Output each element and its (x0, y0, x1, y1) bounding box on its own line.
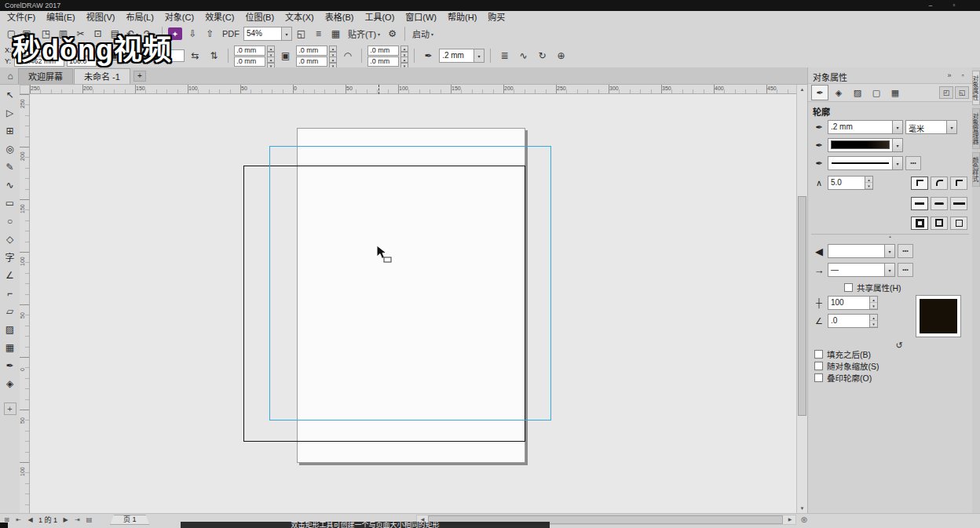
spinner[interactable] (329, 46, 337, 56)
menu-item-12[interactable]: 购买 (482, 11, 510, 24)
transparency-section-tab[interactable]: ▨ (849, 85, 866, 100)
miter-limit-field[interactable]: 5.0 (828, 176, 873, 190)
dropdown-arrow-icon[interactable] (892, 157, 902, 169)
horizontal-ruler[interactable]: 2502001501005005010015020025030035040045… (30, 85, 796, 94)
end-arrowhead-combo[interactable]: — (828, 263, 895, 277)
home-icon[interactable]: ⌂ (2, 69, 18, 84)
docker-tab-2[interactable]: 颜色样式 (972, 152, 980, 187)
drop-shadow-tool[interactable]: ▱ (2, 303, 19, 319)
spinner[interactable] (329, 56, 337, 67)
menu-item-8[interactable]: 表格(B) (320, 11, 360, 24)
prev-page-button[interactable]: ◀ (25, 515, 35, 525)
connector-tool[interactable]: ⌐ (2, 285, 19, 301)
scroll-up-button[interactable]: ▲ (797, 85, 807, 94)
outline-outside-button[interactable] (911, 217, 928, 230)
corner-radius-field-3[interactable]: .0 mm (296, 46, 327, 56)
menu-item-1[interactable]: 编辑(E) (41, 11, 81, 24)
outline-centered-button[interactable] (931, 217, 948, 230)
import-button[interactable]: ⇩ (185, 26, 201, 42)
zoom-level-combo[interactable]: 54% (243, 27, 292, 41)
outline-color-combo[interactable] (828, 138, 903, 152)
dimension-tool[interactable]: ∠ (2, 267, 19, 283)
last-page-button[interactable]: ⇥ (72, 515, 82, 525)
dropdown-arrow-icon[interactable] (892, 121, 902, 133)
scroll-down-button[interactable]: ▼ (797, 504, 807, 513)
convert-to-curve-button[interactable]: ∿ (515, 48, 532, 64)
zoom-tool[interactable]: ◎ (2, 140, 19, 157)
dropdown-arrow-icon[interactable] (884, 264, 894, 276)
share-attributes-option[interactable]: 共享属性(H) (844, 281, 901, 293)
spinner[interactable] (869, 297, 877, 309)
line-style-combo[interactable] (828, 156, 903, 170)
vertical-ruler[interactable]: 25020015010050050100 (20, 94, 30, 513)
outline-section-tab[interactable]: ✒ (811, 85, 828, 100)
pen-stretch-field[interactable]: 100 (828, 296, 878, 310)
vertical-scrollbar[interactable]: ▲ ▼ (796, 85, 807, 513)
polygon-tool[interactable]: ◇ (2, 231, 19, 247)
spinner[interactable] (400, 56, 408, 67)
outline-inside-button[interactable] (950, 217, 967, 230)
checkbox-icon[interactable] (844, 283, 853, 292)
dropdown-arrow-icon[interactable] (281, 27, 291, 40)
menu-item-2[interactable]: 视图(V) (81, 11, 121, 24)
export-button[interactable]: ⇧ (202, 26, 218, 42)
outline-width-combo[interactable]: .2 mm (828, 120, 903, 134)
restore-button[interactable]: ▫ (949, 2, 960, 9)
spinner[interactable] (869, 315, 877, 327)
checkbox-icon[interactable] (814, 373, 823, 382)
new-tab-button[interactable]: + (133, 71, 146, 82)
first-page-button[interactable]: ⇤ (13, 515, 24, 525)
corner-radius-field-1[interactable]: .0 mm (234, 46, 265, 56)
docker-float-icon[interactable]: ▫ (957, 70, 968, 81)
outline-option-1[interactable]: 随对象缩放(S) (814, 360, 967, 372)
scroll-mode-button[interactable]: ◰ (939, 86, 953, 99)
full-screen-preview-button[interactable]: ◱ (293, 26, 309, 42)
docker-options-icon[interactable]: » (944, 70, 955, 81)
fillet-chamfer-button[interactable]: ◠ (339, 48, 356, 64)
outline-option-2[interactable]: 叠印轮廓(O) (814, 372, 967, 384)
publish-pdf-button[interactable]: PDF (219, 26, 243, 42)
menu-item-7[interactable]: 文本(X) (280, 11, 320, 24)
add-tool-button[interactable]: + (4, 402, 16, 415)
crop-tool[interactable]: ⊞ (2, 122, 19, 139)
round-cap-button[interactable] (931, 197, 948, 210)
menu-item-11[interactable]: 帮助(H) (442, 11, 482, 24)
docker-tab-1[interactable]: 对象管理器 (972, 108, 980, 149)
snap-to-combo[interactable]: 贴齐(T)▾ (345, 26, 383, 42)
next-page-button[interactable]: ▶ (60, 515, 71, 525)
dropdown-arrow-icon[interactable] (892, 139, 902, 151)
bevel-join-button[interactable] (950, 177, 967, 190)
round-join-button[interactable] (931, 177, 948, 190)
rectangle-tool[interactable]: ▭ (2, 195, 19, 211)
text-tool[interactable]: 字 (2, 249, 19, 265)
corner-radius-field-4[interactable]: .0 mm (296, 56, 327, 67)
butt-cap-button[interactable] (911, 197, 928, 210)
artistic-media-tool[interactable]: ∿ (2, 177, 19, 193)
page-list-button[interactable]: ▤ (84, 515, 94, 525)
chamfer-field-2[interactable]: .0 mm (368, 56, 399, 67)
mirror-vertical-button[interactable]: ⇅ (206, 48, 222, 64)
miter-join-button[interactable] (911, 177, 928, 190)
new-rectangle-selection[interactable] (269, 146, 551, 421)
show-grid-button[interactable]: ▦ (327, 26, 344, 42)
ruler-origin-button[interactable] (20, 85, 30, 94)
menu-item-5[interactable]: 效果(C) (199, 11, 240, 24)
dropdown-arrow-icon[interactable] (946, 121, 956, 133)
outline-unit-combo[interactable]: 毫米 (905, 120, 957, 134)
drawing-canvas[interactable] (30, 94, 796, 513)
spinner[interactable] (267, 56, 275, 67)
pick-tool[interactable]: ↖ (2, 86, 19, 103)
menu-item-3[interactable]: 布局(L) (120, 11, 159, 24)
transparency-tool[interactable]: ▨ (2, 321, 19, 337)
checkbox-icon[interactable] (814, 350, 823, 359)
scroll-right-button[interactable]: ▶ (785, 515, 795, 524)
chamfer-field-1[interactable]: .0 mm (368, 46, 399, 56)
menu-item-4[interactable]: 对象(C) (159, 11, 199, 24)
dropdown-arrow-icon[interactable] (884, 245, 894, 257)
add-options-button[interactable]: ⊕ (553, 48, 569, 64)
menu-item-9[interactable]: 工具(O) (359, 11, 400, 24)
shape-tool[interactable]: ▷ (2, 104, 19, 121)
menu-item-10[interactable]: 窗口(W) (400, 11, 442, 24)
dropdown-arrow-icon[interactable] (474, 49, 484, 62)
tab-welcome-screen[interactable]: 欢迎屏幕 (18, 68, 73, 84)
